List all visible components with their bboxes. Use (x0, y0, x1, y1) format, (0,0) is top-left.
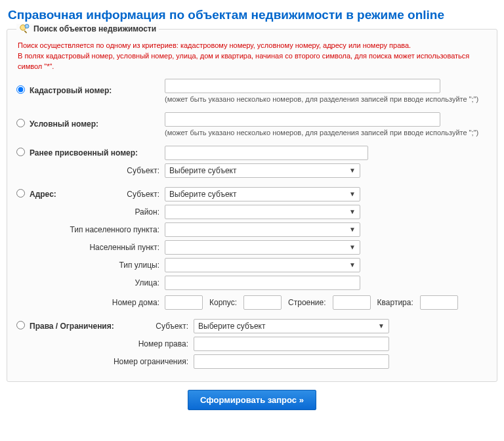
row-cadastral: Кадастровый номер: (может быть указано н… (16, 79, 488, 103)
chevron-down-icon: ▼ (349, 243, 356, 251)
select-previous-subject[interactable]: Выберите субъект ▼ (165, 163, 360, 178)
input-right-no[interactable] (194, 337, 389, 351)
label-street-type: Тип улицы: (119, 261, 159, 270)
svg-point-2 (25, 24, 29, 28)
row-address: Адрес: Субъект: Выберите субъект ▼ (16, 187, 488, 201)
radio-address[interactable] (16, 189, 25, 198)
radio-conditional[interactable] (16, 119, 25, 127)
select-settlement[interactable]: ▼ (165, 240, 360, 255)
label-cadastral: Кадастровый номер: (30, 86, 112, 95)
input-flat[interactable] (420, 295, 458, 310)
select-value: Выберите субъект (169, 190, 236, 199)
select-value: Выберите субъект (169, 166, 236, 175)
label-conditional: Условный номер: (30, 119, 98, 129)
label-restriction-no: Номер ограничения: (114, 357, 188, 366)
chevron-down-icon: ▼ (349, 167, 356, 174)
search-fieldset: Поиск объектов недвижимости Поиск осущес… (7, 29, 497, 382)
label-settlement-type: Тип населенного пункта: (70, 225, 159, 234)
select-rights-subject[interactable]: Выберите субъект ▼ (194, 319, 389, 333)
label-building: Корпус: (209, 298, 237, 307)
search-icon (19, 24, 30, 34)
note-conditional: (может быть указано несколько номеров, д… (165, 129, 488, 136)
label-right-no: Номер права: (138, 339, 188, 348)
label-rights: Права / Ограничения: (30, 322, 114, 331)
chevron-down-icon: ▼ (349, 190, 356, 198)
select-address-district[interactable]: ▼ (165, 205, 360, 219)
page-title: Справочная информация по объектам недвиж… (8, 8, 497, 22)
label-flat: Квартира: (377, 298, 413, 307)
label-address-subject: Субъект: (56, 190, 159, 199)
input-house[interactable] (165, 295, 203, 310)
label-structure: Строение: (288, 298, 326, 307)
input-restriction-no[interactable] (194, 354, 389, 369)
chevron-down-icon: ▼ (378, 322, 385, 329)
search-hint: Поиск осуществляется по одному из критер… (18, 41, 488, 72)
radio-rights[interactable] (16, 321, 25, 329)
label-previous-subject: Субъект: (127, 166, 159, 175)
chevron-down-icon: ▼ (349, 226, 356, 233)
label-previous: Ранее присвоенный номер: (30, 148, 138, 158)
label-settlement: Населенный пункт: (89, 243, 159, 252)
select-address-subject[interactable]: Выберите субъект ▼ (165, 187, 360, 201)
input-structure[interactable] (333, 295, 371, 310)
submit-button[interactable]: Сформировать запрос » (188, 390, 316, 410)
label-house: Номер дома: (112, 298, 159, 307)
input-conditional-number[interactable] (165, 112, 440, 127)
select-settlement-type[interactable]: ▼ (165, 222, 360, 237)
chevron-down-icon: ▼ (349, 208, 356, 215)
chevron-down-icon: ▼ (349, 261, 356, 268)
hint-line: В полях кадастровый номер, условный номе… (18, 51, 488, 72)
label-address: Адрес: (30, 190, 56, 199)
label-street: Улица: (135, 278, 159, 287)
input-cadastral-number[interactable] (165, 79, 440, 93)
input-street[interactable] (165, 276, 360, 290)
fieldset-legend: Поиск объектов недвижимости (16, 24, 159, 34)
row-rights: Права / Ограничения: Субъект: Выберите с… (16, 319, 488, 333)
row-previous-subject: Субъект: Выберите субъект ▼ (16, 163, 488, 178)
legend-text: Поиск объектов недвижимости (33, 24, 156, 33)
hint-line: Поиск осуществляется по одному из критер… (18, 41, 488, 51)
select-value: Выберите субъект (198, 322, 265, 331)
row-previous: Ранее присвоенный номер: (16, 146, 488, 160)
label-rights-subject: Субъект: (114, 322, 188, 331)
radio-cadastral[interactable] (16, 85, 25, 94)
row-conditional: Условный номер: (может быть указано неск… (16, 112, 488, 136)
radio-previous[interactable] (16, 148, 25, 156)
input-previous-number[interactable] (165, 146, 368, 160)
select-street-type[interactable]: ▼ (165, 258, 360, 272)
svg-rect-1 (24, 30, 28, 33)
label-address-district: Район: (135, 207, 159, 217)
input-building[interactable] (243, 295, 282, 310)
note-cadastral: (может быть указано несколько номеров, д… (165, 95, 488, 103)
